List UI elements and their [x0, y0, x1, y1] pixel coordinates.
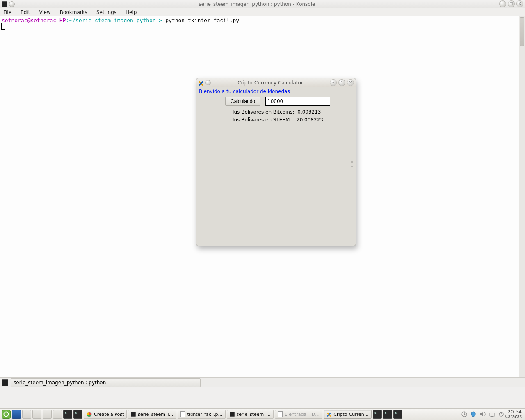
close-button[interactable]: ✕	[516, 0, 523, 7]
scrollbar-thumb[interactable]	[520, 17, 524, 46]
mint-menu-icon[interactable]	[2, 410, 11, 419]
svg-rect-3	[491, 416, 493, 417]
amount-input[interactable]	[265, 97, 330, 106]
task-serie-steem-2[interactable]: serie_steem_…	[227, 410, 274, 419]
terminal-icon	[131, 412, 136, 417]
prompt-command: python tkinter_facil.py	[165, 17, 239, 23]
tk-resize-grip[interactable]	[351, 159, 353, 167]
task-serie-steem-1[interactable]: serie_steem_i…	[128, 410, 176, 419]
prompt-user: setnorac	[2, 17, 27, 23]
menu-bookmarks[interactable]: Bookmarks	[60, 9, 87, 15]
tk-close-button[interactable]: ✕	[347, 79, 354, 86]
document-icon	[278, 411, 283, 417]
menu-file[interactable]: File	[3, 9, 11, 15]
konsole-decor-icon	[9, 1, 15, 7]
konsole-menubar: File Edit View Bookmarks Settings Help	[0, 8, 525, 16]
result-bitcoin-label: Tus Bolivares en Bitcoins:	[232, 108, 294, 116]
maximize-button[interactable]: ▢	[508, 0, 515, 7]
task-tkinter-facil-label: tkinter_facil.p…	[187, 412, 223, 417]
result-steem-label: Tus Bolivares en STEEM:	[232, 116, 293, 124]
terminal-cursor	[2, 23, 5, 29]
workspace-icon-4[interactable]	[53, 410, 62, 419]
konsole-app-icon	[2, 1, 7, 7]
konsole-statusbar: serie_steem_imagen_python : python	[0, 377, 525, 387]
tk-welcome-label: Bienvido a tu calculador de Monedas	[198, 89, 354, 97]
svg-rect-2	[490, 413, 495, 416]
prompt-path: :~/serie_steem_imagen_python	[66, 17, 156, 23]
workspace-icon-3[interactable]	[43, 410, 52, 419]
workspace-icon-1[interactable]	[22, 410, 31, 419]
task-terminal-small-3[interactable]	[393, 410, 402, 419]
konsole-tab-icon	[2, 379, 8, 386]
task-entrada[interactable]: 1 entrada – D…	[275, 410, 323, 419]
workspace-icon-2[interactable]	[32, 410, 41, 419]
clock[interactable]: 20:54 Caracas	[505, 409, 523, 419]
task-terminal-small-1[interactable]	[373, 410, 382, 419]
updates-icon[interactable]	[461, 411, 467, 417]
tk-minimize-button[interactable]: –	[330, 79, 337, 86]
konsole-tab[interactable]: serie_steem_imagen_python : python	[11, 378, 201, 387]
result-bitcoin-value: 0.003213	[297, 108, 321, 116]
task-terminal-small-2[interactable]	[383, 410, 392, 419]
task-tkinter-facil[interactable]: tkinter_facil.p…	[178, 410, 226, 419]
task-cripto-currenc[interactable]: Cripto-Curren…	[324, 410, 371, 419]
task-create-post-label: Create a Post	[94, 412, 124, 417]
chrome-icon	[87, 412, 92, 417]
result-steem: Tus Bolivares en STEEM: 20.008223	[232, 116, 354, 124]
task-serie-steem-1-label: serie_steem_i…	[138, 412, 173, 417]
os-taskbar: Create a Post serie_steem_i… tkinter_fac…	[0, 408, 525, 420]
document-icon	[180, 411, 185, 417]
minimize-button[interactable]: –	[499, 0, 506, 7]
task-cripto-currenc-label: Cripto-Curren…	[333, 412, 368, 417]
network-icon[interactable]	[489, 411, 495, 417]
prompt-sep: >	[156, 17, 165, 23]
power-icon[interactable]	[498, 411, 504, 417]
volume-icon[interactable]	[479, 411, 486, 417]
calculate-button[interactable]: Calculando	[225, 97, 260, 106]
tk-titlebar[interactable]: Cripto-Currency Calculator – ˄ ✕	[196, 78, 356, 87]
terminal-scrollbar[interactable]	[519, 16, 525, 377]
konsole-titlebar: serie_steem_imagen_python : python - Kon…	[0, 0, 525, 8]
task-create-post[interactable]: Create a Post	[84, 410, 127, 419]
svg-point-0	[4, 412, 8, 416]
tk-decor-icon	[205, 80, 211, 85]
terminal-icon	[230, 412, 235, 417]
menu-edit[interactable]: Edit	[21, 9, 30, 15]
tk-body: Bienvido a tu calculador de Monedas Calc…	[196, 87, 356, 125]
menu-help[interactable]: Help	[126, 9, 137, 15]
show-desktop-icon[interactable]	[12, 410, 21, 419]
task-entrada-label: 1 entrada – D…	[285, 412, 320, 417]
launcher-terminal-2[interactable]	[73, 410, 82, 419]
tk-app-icon	[326, 412, 331, 417]
prompt-host: @setnorac-HP	[27, 17, 66, 23]
tk-title: Cripto-Currency Calculator	[211, 80, 330, 86]
konsole-tab-label: serie_steem_imagen_python : python	[14, 380, 106, 386]
system-tray	[461, 411, 504, 417]
result-bitcoin: Tus Bolivares en Bitcoins: 0.003213	[232, 108, 354, 116]
tk-window[interactable]: Cripto-Currency Calculator – ˄ ✕ Bienvid…	[196, 78, 356, 246]
shield-icon[interactable]	[470, 411, 476, 417]
result-steem-value: 20.008223	[297, 116, 323, 124]
menu-view[interactable]: View	[39, 9, 50, 15]
tk-maximize-button[interactable]: ˄	[338, 79, 345, 86]
tk-app-icon	[198, 80, 204, 86]
task-serie-steem-2-label: serie_steem_…	[237, 412, 271, 417]
konsole-title: serie_steem_imagen_python : python - Kon…	[15, 1, 499, 7]
launcher-terminal-1[interactable]	[63, 410, 72, 419]
menu-settings[interactable]: Settings	[96, 9, 116, 15]
clock-zone: Caracas	[505, 415, 522, 419]
